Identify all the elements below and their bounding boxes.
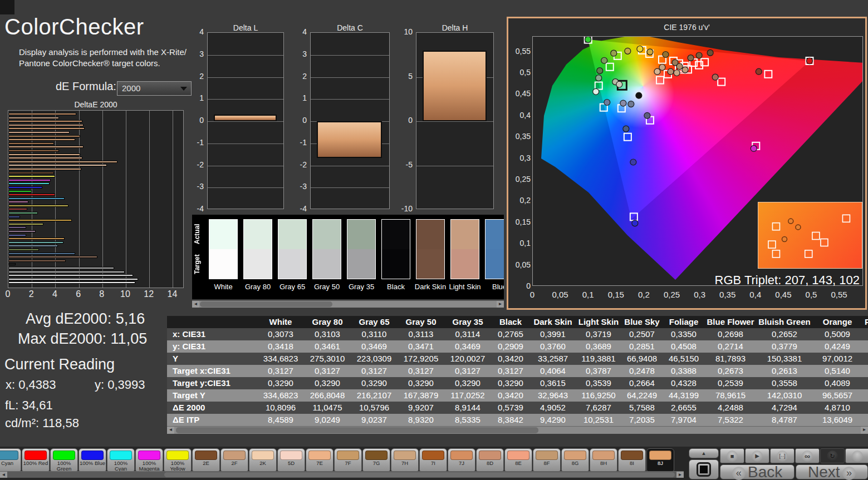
delta-bar bbox=[214, 115, 277, 121]
patch-button-8d[interactable]: 8D bbox=[476, 448, 504, 472]
swatch-strip-scrollbar[interactable]: ◄► bbox=[192, 300, 504, 308]
swatch-blue bbox=[485, 219, 504, 279]
patch-button-7g[interactable]: 7G bbox=[362, 448, 390, 472]
patch-button-label: 100% Yellow bbox=[164, 461, 191, 472]
deltae-bar bbox=[8, 212, 38, 214]
patch-button-cyan[interactable]: Cyan bbox=[0, 448, 21, 472]
patch-button-8i[interactable]: 8I bbox=[618, 448, 646, 472]
stop-icon: ■ bbox=[727, 451, 738, 462]
patch-button-label: 100% Magenta bbox=[136, 461, 163, 472]
scrollbar-thumb[interactable] bbox=[200, 301, 332, 307]
table-cell: 0,3113 bbox=[398, 328, 444, 340]
delta-y-tick: -10 bbox=[396, 204, 413, 213]
inset-target-square bbox=[812, 232, 820, 240]
cie-y-tick: 0,45 bbox=[511, 89, 531, 98]
deltae-bar-chart bbox=[8, 110, 184, 288]
table-cell: 64,2249 bbox=[621, 389, 663, 402]
patch-button-label: 7H bbox=[391, 461, 418, 466]
patch-button-7f[interactable]: 7F bbox=[334, 448, 362, 472]
swatch-label: Gray 50 bbox=[307, 283, 346, 291]
stop-button[interactable]: ■ bbox=[720, 448, 744, 463]
deltae-bar bbox=[8, 186, 42, 189]
scroll-right-arrow-icon[interactable]: ► bbox=[676, 472, 684, 478]
swatch-label: Dark Skin bbox=[411, 283, 450, 291]
table-cell: 7,5322 bbox=[705, 414, 756, 426]
swatch-actual bbox=[486, 220, 504, 249]
cie-x-tick: 0,45 bbox=[775, 290, 791, 299]
play-button[interactable]: ▶ bbox=[745, 448, 769, 463]
deltae-x-axis: 02468101214 bbox=[8, 289, 192, 300]
table-cell: 0,2127 bbox=[862, 365, 868, 377]
table-cell: 7,6287 bbox=[576, 402, 621, 414]
blank-button[interactable] bbox=[845, 448, 868, 463]
deltae-bar bbox=[8, 241, 63, 244]
table-cell: 0,2478 bbox=[621, 365, 663, 377]
cie-y-tick: 0 bbox=[511, 281, 531, 290]
swatch-dark-skin bbox=[416, 219, 445, 279]
patch-button-label: Cyan bbox=[0, 461, 21, 466]
patch-button-8f[interactable]: 8F bbox=[533, 448, 561, 472]
patch-button-2f[interactable]: 2F bbox=[220, 448, 248, 472]
scroll-up-button[interactable]: ▲ bbox=[689, 448, 719, 458]
scroll-right-arrow-icon[interactable]: ► bbox=[861, 427, 868, 434]
patch-button-2k[interactable]: 2K bbox=[249, 448, 277, 472]
swatch-actual bbox=[347, 220, 375, 249]
cie-x-tick: 0,25 bbox=[664, 290, 680, 299]
patch-button-100-yellow[interactable]: 100% Yellow bbox=[164, 448, 192, 472]
swatch-actual bbox=[382, 220, 410, 249]
patch-button-100-magenta[interactable]: 100% Magenta bbox=[135, 448, 163, 472]
scroll-right-arrow-icon[interactable]: ► bbox=[497, 301, 504, 308]
patch-button-2e[interactable]: 2E bbox=[192, 448, 220, 472]
cie-measured-point bbox=[676, 63, 683, 70]
patch-button-7e[interactable]: 7E bbox=[306, 448, 334, 472]
deltae-x-tick: 2 bbox=[29, 289, 34, 299]
scroll-left-arrow-icon[interactable]: ◄ bbox=[0, 472, 7, 478]
table-cell: 0,3689 bbox=[576, 340, 621, 353]
patch-button-8e[interactable]: 8E bbox=[504, 448, 532, 472]
patch-button-7i[interactable]: 7I bbox=[419, 448, 447, 472]
patch-button-100-cyan[interactable]: 100% Cyan bbox=[107, 448, 135, 472]
toolbar-scrollbar[interactable]: ◄► bbox=[0, 471, 684, 478]
patch-button-label: 7F bbox=[335, 461, 361, 466]
deltae-bar bbox=[8, 267, 114, 269]
deltae-x-tick: 8 bbox=[99, 289, 104, 299]
deltae-bar bbox=[8, 205, 68, 207]
next-button[interactable]: Next » bbox=[796, 464, 868, 479]
patch-button-100-blue[interactable]: 100% Blue bbox=[79, 448, 106, 472]
back-button[interactable]: « Back bbox=[720, 464, 795, 479]
scroll-left-arrow-icon[interactable]: ◄ bbox=[167, 427, 174, 434]
scrollbar-thumb[interactable] bbox=[164, 472, 675, 477]
table-cell: 0,4064 bbox=[530, 365, 576, 377]
deltae-chart-title: DeltaE 2000 bbox=[8, 100, 184, 109]
infinity-button[interactable]: ∞ bbox=[795, 448, 820, 463]
rgb-zoom-inset bbox=[758, 202, 862, 269]
patch-button-100-green[interactable]: 100% Green bbox=[50, 448, 78, 472]
bracket-button[interactable]: [··] bbox=[770, 448, 795, 463]
swatch-white bbox=[209, 219, 238, 279]
delta-y-tick: 1 bbox=[187, 93, 204, 102]
delta-y-tick: 4 bbox=[187, 27, 204, 36]
avg-de2000: Avg dE2000: 5,16 bbox=[26, 310, 145, 328]
patch-button-8j[interactable]: 8J bbox=[646, 448, 674, 472]
table-cell: 0,3114 bbox=[444, 328, 491, 340]
patch-button-8h[interactable]: 8H bbox=[590, 448, 617, 472]
scrollbar-thumb[interactable] bbox=[176, 427, 538, 433]
patch-button-8g[interactable]: 8G bbox=[561, 448, 589, 472]
table-scrollbar[interactable]: ◄► bbox=[167, 426, 868, 434]
table-cell: 78,9615 bbox=[705, 389, 756, 402]
patch-button-label: 2F bbox=[221, 461, 248, 466]
cie-x-tick: 0,4 bbox=[749, 290, 761, 299]
cie-y-tick: 0,25 bbox=[511, 175, 531, 184]
patch-button-7j[interactable]: 7J bbox=[448, 448, 475, 472]
pattern-window-button[interactable] bbox=[689, 459, 719, 479]
table-cell: 120,0027 bbox=[444, 353, 491, 365]
scroll-left-arrow-icon[interactable]: ◄ bbox=[192, 301, 199, 308]
patch-color-swatch bbox=[621, 451, 643, 460]
patch-button-5d[interactable]: 5D bbox=[277, 448, 305, 472]
table-cell: 46,5150 bbox=[663, 353, 705, 365]
refresh-button[interactable]: ↻ bbox=[820, 448, 845, 463]
patch-button-100-red[interactable]: 100% Red bbox=[22, 448, 50, 472]
de-formula-dropdown[interactable]: 2000 bbox=[117, 81, 192, 96]
patch-button-7h[interactable]: 7H bbox=[391, 448, 419, 472]
table-cell: 8,3842 bbox=[491, 414, 530, 426]
